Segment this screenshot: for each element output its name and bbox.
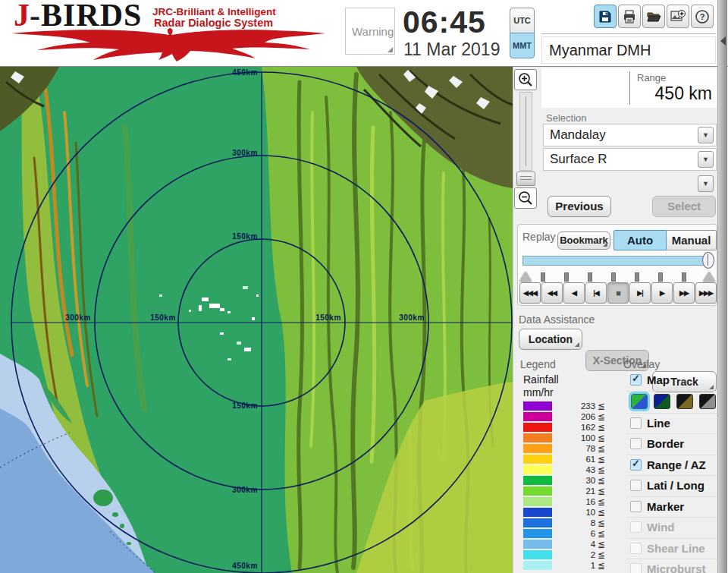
zoom-out-button[interactable] xyxy=(514,187,537,209)
zoom-slider-thumb[interactable] xyxy=(516,172,535,186)
legend-row: 16 ≦ xyxy=(523,497,607,507)
replay-slider-handle[interactable] xyxy=(702,252,714,269)
legend-value: 162 ≦ xyxy=(554,422,605,433)
utc-button[interactable]: UTC xyxy=(510,8,535,33)
print-button[interactable] xyxy=(618,5,641,28)
map-style-swatch-2[interactable] xyxy=(654,394,670,409)
overlay-item-label: Marker xyxy=(647,500,684,513)
legend-swatch xyxy=(523,476,552,485)
forward-button[interactable]: ▶▶ xyxy=(673,282,695,304)
checkbox[interactable] xyxy=(630,480,642,491)
manual-button[interactable]: Manual xyxy=(667,230,717,250)
slider-start-marker[interactable] xyxy=(519,272,532,282)
overlay-item-lati-long[interactable]: Lati / Long xyxy=(626,476,717,497)
replay-group: Replay Bookmark Auto Manual ◀◀◀◀◀◀|◀■▶|▶… xyxy=(517,224,717,306)
previous-button[interactable]: Previous xyxy=(548,196,611,217)
overlay-item-range-az[interactable]: Range / AZ xyxy=(626,455,717,477)
auto-button[interactable]: Auto xyxy=(613,230,667,250)
legend-row: 8 ≦ xyxy=(523,518,607,528)
slider-end-marker[interactable] xyxy=(703,272,715,282)
legend-value: 43 ≦ xyxy=(554,464,605,475)
checkbox xyxy=(630,563,642,573)
panel-collapse-strip[interactable] xyxy=(717,0,727,573)
legend-value: 78 ≦ xyxy=(554,443,605,454)
slider-tick xyxy=(658,272,663,282)
product-dropdown[interactable]: Surface R ▼ xyxy=(543,148,717,171)
legend-value: 1 ≦ xyxy=(554,560,605,571)
map-style-swatch-1[interactable] xyxy=(631,394,648,409)
step-back-button[interactable]: ◀ xyxy=(563,282,585,304)
ring-label-150-right: 150km xyxy=(311,313,346,322)
select-button[interactable]: Select xyxy=(652,196,716,217)
checkbox[interactable] xyxy=(630,459,642,471)
ring-label-150-top: 150km xyxy=(228,232,262,241)
skip-end-button[interactable]: ▶| xyxy=(629,282,651,304)
mmt-button[interactable]: MMT xyxy=(510,33,535,58)
help-button[interactable]: ? xyxy=(691,5,714,28)
chevron-down-icon[interactable]: ▼ xyxy=(698,175,714,192)
legend-rows: 233 ≦206 ≦162 ≦100 ≦78 ≦61 ≦43 ≦30 ≦21 ≦… xyxy=(523,401,607,571)
checkbox[interactable] xyxy=(630,438,642,449)
legend-row: 21 ≦ xyxy=(523,486,607,496)
product-value: Surface R xyxy=(550,152,607,166)
zoom-out-icon xyxy=(517,190,534,206)
site-dropdown[interactable]: Mandalay ▼ xyxy=(543,124,717,146)
legend-value: 2 ≦ xyxy=(554,549,605,560)
overlay-item-marker[interactable]: Marker xyxy=(626,497,717,518)
legend-value: 8 ≦ xyxy=(554,518,605,528)
overlay-item-map[interactable]: Map xyxy=(626,370,717,392)
overlay-item-microburst: Microburst xyxy=(626,559,717,573)
extra-dropdown[interactable]: ▼ xyxy=(543,172,717,195)
checkbox[interactable] xyxy=(630,417,642,429)
bookmark-button[interactable]: Bookmark xyxy=(557,231,610,250)
ring-label-150-left: 150km xyxy=(146,313,180,322)
play-button[interactable]: ▶ xyxy=(651,282,673,304)
legend-title-rainfall: Rainfall xyxy=(523,373,559,386)
site-value: Mandalay xyxy=(550,128,606,142)
checkbox[interactable] xyxy=(630,501,642,512)
map-style-swatch-3[interactable] xyxy=(676,394,693,409)
legend-swatch xyxy=(523,412,552,421)
rewind-fast-button[interactable]: ◀◀◀ xyxy=(519,282,541,304)
map-style-swatch-4[interactable] xyxy=(699,394,716,409)
forward-fast-button[interactable]: ▶▶▶ xyxy=(695,282,717,304)
legend-row: 2 ≦ xyxy=(523,550,607,560)
checkbox xyxy=(630,543,642,554)
zoom-slider-track[interactable] xyxy=(519,92,532,171)
legend-swatch xyxy=(523,433,552,442)
legend-swatch xyxy=(523,529,552,538)
logo-tagline-1: JRC-Brilliant & Intelligent xyxy=(152,6,276,17)
open-file-button[interactable] xyxy=(642,5,665,28)
ring-label-450-top: 450km xyxy=(228,68,262,77)
ring-label-300-right: 300km xyxy=(394,313,429,322)
slider-tick xyxy=(541,272,545,282)
zoom-in-button[interactable] xyxy=(514,69,537,90)
collapse-arrow-icon xyxy=(720,36,726,46)
save-button[interactable] xyxy=(594,5,617,28)
radar-map[interactable]: 450km 300km 150km 150km 300km 450km 300k… xyxy=(0,67,513,573)
legend-swatch xyxy=(523,561,552,570)
overlay-item-border[interactable]: Border xyxy=(626,434,717,455)
overlay-item-label: Shear Line xyxy=(647,542,705,555)
warning-selector[interactable]: Warning xyxy=(345,8,395,55)
rewind-button[interactable]: ◀◀ xyxy=(541,282,563,304)
svg-text:?: ? xyxy=(700,12,705,21)
chevron-down-icon[interactable]: ▼ xyxy=(698,151,714,168)
chevron-down-icon[interactable]: ▼ xyxy=(698,127,714,143)
legend-value: 6 ≦ xyxy=(554,528,605,539)
legend-row: 206 ≦ xyxy=(523,412,607,422)
slider-tick xyxy=(564,272,569,282)
save-icon xyxy=(598,9,613,24)
export-image-button[interactable] xyxy=(667,5,689,28)
warning-label: Warning xyxy=(352,25,394,38)
replay-slider-track[interactable] xyxy=(522,256,712,266)
location-button[interactable]: Location xyxy=(519,329,582,350)
jbirds-app: J-BIRDS JRC-Brilliant & Intelligent Rada… xyxy=(0,0,728,573)
legend-row: 100 ≦ xyxy=(523,433,607,443)
skip-start-button[interactable]: |◀ xyxy=(585,282,607,304)
overlay-item-line[interactable]: Line xyxy=(626,414,717,435)
checkbox[interactable] xyxy=(630,374,642,386)
legend-row: 6 ≦ xyxy=(523,529,607,539)
slider-tick xyxy=(588,272,592,282)
stop-button[interactable]: ■ xyxy=(607,282,629,304)
